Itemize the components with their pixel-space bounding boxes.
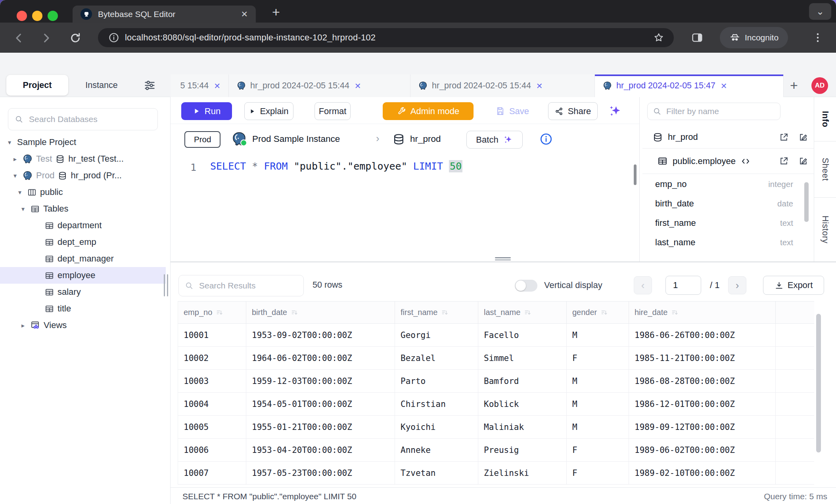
side-tab-history[interactable]: History	[814, 198, 836, 261]
next-page-button[interactable]: ›	[728, 276, 746, 294]
prev-page-button[interactable]: ‹	[634, 276, 652, 294]
bookmark-star-icon[interactable]	[653, 32, 664, 43]
browser-menu-icon[interactable]	[811, 31, 824, 44]
schema-database-row[interactable]: hr_prod	[642, 126, 814, 148]
side-tab-sheet[interactable]: Sheet	[814, 141, 836, 198]
run-button[interactable]: Run	[181, 102, 232, 120]
url-bar[interactable]: localhost:8080/sql-editor/prod-sample-in…	[98, 28, 674, 47]
browser-tab[interactable]: Bytebase SQL Editor ✕	[73, 6, 256, 23]
database-search-input[interactable]	[28, 114, 151, 124]
tree-item-title[interactable]: title	[0, 300, 166, 317]
worksheet-tab[interactable]: hr_prod 2024-02-05 15:44✕	[410, 74, 595, 97]
reload-icon[interactable]	[69, 32, 82, 44]
batch-button[interactable]: Batch	[466, 131, 523, 149]
tree-item-views[interactable]: ▸Views	[0, 317, 166, 334]
close-browser-tab-icon[interactable]: ✕	[241, 10, 248, 19]
panel-resize-handle[interactable]	[495, 257, 511, 261]
sql-editor-line[interactable]: SELECT * FROM "public"."employee" LIMIT …	[210, 160, 462, 172]
external-link-icon[interactable]	[779, 132, 789, 142]
maximize-window-button[interactable]	[48, 11, 58, 21]
admin-mode-button[interactable]: Admin mode	[383, 102, 474, 120]
export-button[interactable]: Export	[763, 276, 824, 295]
schema-column-row[interactable]: emp_nointeger	[642, 174, 801, 194]
tree-item-dept_emp[interactable]: dept_emp	[0, 234, 166, 250]
save-icon	[496, 107, 505, 116]
close-tab-icon[interactable]: ✕	[721, 81, 727, 91]
table-cell: Tzvetan	[395, 462, 478, 485]
tree-item-salary[interactable]: salary	[0, 284, 166, 300]
tab-overview-chevron-button[interactable]: ⌄	[809, 3, 831, 20]
schema-table-row[interactable]: public.employee	[642, 149, 814, 174]
minimize-window-button[interactable]	[32, 11, 42, 21]
results-search-input[interactable]	[198, 281, 297, 291]
save-button[interactable]: Save	[492, 102, 533, 120]
table-row[interactable]: 100011953-09-02T00:00:00ZGeorgiFacelloM1…	[178, 324, 814, 347]
ai-sparkle-icon[interactable]	[608, 104, 623, 119]
schema-filter[interactable]	[647, 103, 780, 120]
schema-filter-input[interactable]	[665, 106, 775, 116]
database-search[interactable]	[8, 108, 158, 130]
format-button[interactable]: Format	[314, 102, 351, 120]
column-header[interactable]: last_name	[478, 302, 567, 324]
column-header[interactable]: hire_date	[629, 302, 776, 324]
column-header[interactable]: birth_date	[246, 302, 395, 324]
info-icon[interactable]	[539, 132, 553, 146]
table-row[interactable]: 100031959-12-03T00:00:00ZPartoBamfordM19…	[178, 370, 814, 393]
schema-scrollbar[interactable]	[804, 182, 809, 222]
table-row[interactable]: 100021964-06-02T00:00:00ZBezalelSimmelF1…	[178, 347, 814, 370]
column-header[interactable]: first_name	[395, 302, 478, 324]
editor-scrollbar[interactable]	[634, 164, 637, 185]
tree-item-hr_prodpr[interactable]: ▾Prodhr_prod (Pr...	[0, 167, 166, 184]
explain-button[interactable]: Explain	[244, 102, 293, 120]
results-search[interactable]	[178, 275, 304, 296]
sidebar-tab-instance[interactable]: Instance	[78, 75, 125, 95]
sidebar-tab-project[interactable]: Project	[6, 75, 68, 95]
database-name[interactable]: hr_prod	[410, 134, 441, 144]
table-row[interactable]: 100051955-01-21T00:00:00ZKyoichiMaliniak…	[178, 416, 814, 439]
tree-item-hr_testtest[interactable]: ▸Testhr_test (Test...	[0, 151, 166, 167]
tree-item-department[interactable]: department	[0, 217, 166, 234]
tree-item-tables[interactable]: ▾Tables	[0, 200, 166, 217]
close-tab-icon[interactable]: ✕	[355, 81, 361, 91]
sidebar-settings-sliders-icon[interactable]	[144, 79, 156, 92]
new-browser-tab-button[interactable]: +	[272, 4, 280, 20]
toolbar-divider	[171, 124, 639, 124]
sidebar-resize-handle[interactable]	[164, 274, 169, 296]
column-header[interactable]: gender	[567, 302, 629, 324]
incognito-label: Incognito	[745, 33, 778, 42]
page-number-input[interactable]	[665, 276, 701, 295]
forward-icon[interactable]	[40, 32, 52, 44]
edit-icon[interactable]	[798, 132, 808, 142]
external-link-icon[interactable]	[779, 156, 789, 166]
table-row[interactable]: 100061953-04-20T00:00:00ZAnnekePreusigF1…	[178, 439, 814, 462]
tree-item-dept_manager[interactable]: dept_manager	[0, 250, 166, 267]
schema-column-row[interactable]: last_nametext	[642, 233, 801, 252]
back-icon[interactable]	[13, 32, 25, 44]
table-row[interactable]: 100071957-05-23T00:00:00ZTzvetanZielinsk…	[178, 462, 814, 485]
side-tab-info[interactable]: Info	[814, 97, 836, 141]
close-window-button[interactable]	[17, 11, 27, 21]
tree-item-employee[interactable]: employee	[0, 267, 166, 284]
edit-icon[interactable]	[798, 156, 808, 166]
schema-column-row[interactable]: first_nametext	[642, 213, 801, 233]
avatar[interactable]: AD	[811, 77, 828, 94]
code-icon[interactable]	[741, 157, 750, 166]
new-worksheet-button[interactable]: +	[790, 78, 798, 93]
vertical-display-toggle[interactable]	[515, 280, 537, 292]
close-tab-icon[interactable]: ✕	[214, 81, 221, 91]
column-header[interactable]: emp_no	[178, 302, 246, 324]
close-tab-icon[interactable]: ✕	[536, 81, 543, 91]
worksheet-tab[interactable]: 5 15:44✕	[171, 74, 229, 97]
table-row[interactable]: 100041954-05-01T00:00:00ZChirstianKoblic…	[178, 393, 814, 416]
worksheet-tab[interactable]: hr_prod 2024-02-05 15:47✕	[595, 74, 784, 97]
schema-column-row[interactable]: birth_datedate	[642, 194, 801, 213]
side-panel-icon[interactable]	[691, 31, 704, 44]
tree-item-public[interactable]: ▾public	[0, 184, 166, 200]
worksheet-tab[interactable]: hr_prod 2024-02-05 15:44✕	[229, 74, 410, 97]
table-cell: 10006	[178, 439, 246, 462]
instance-name[interactable]: Prod Sample Instance	[252, 134, 340, 144]
site-info-icon[interactable]	[108, 32, 119, 43]
tree-item-sampleproject[interactable]: ▾Sample Project	[0, 134, 166, 151]
results-scrollbar[interactable]	[816, 314, 821, 452]
share-button[interactable]: Share	[548, 102, 598, 120]
